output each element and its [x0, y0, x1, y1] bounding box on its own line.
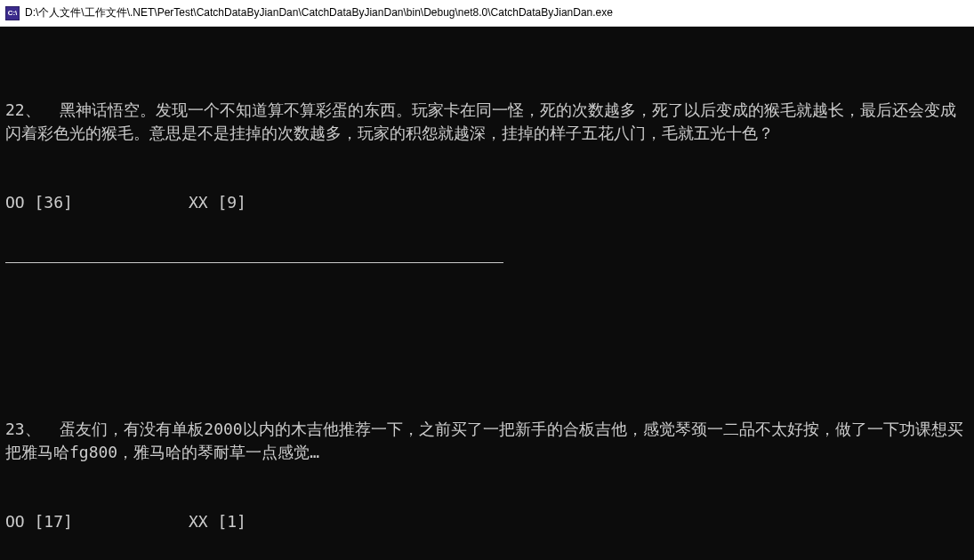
entry-index: 23、	[5, 420, 41, 438]
vote-oo: OO [17]	[5, 512, 73, 531]
vote-oo: OO [36]	[5, 193, 73, 212]
blank-gap	[5, 309, 969, 348]
entry-body: 黑神话悟空。发现一个不知道算不算彩蛋的东西。玩家卡在同一怪，死的次数越多，死了以…	[5, 100, 956, 142]
terminal-output[interactable]: 22、 黑神话悟空。发现一个不知道算不算彩蛋的东西。玩家卡在同一怪，死的次数越多…	[0, 27, 974, 560]
vote-xx: XX [9]	[189, 193, 246, 212]
entry-body: 蛋友们，有没有单板2000以内的木吉他推荐一下，之前买了一把新手的合板吉他，感觉…	[5, 420, 963, 461]
entry-votes: OO [17] XX [1]	[5, 510, 969, 533]
window-titlebar[interactable]: C:\ D:\个人文件\工作文件\.NET\PerTest\CatchDataB…	[0, 0, 974, 27]
entry-index: 22、	[5, 100, 41, 119]
vote-xx: XX [1]	[189, 512, 246, 531]
app-icon: C:\	[5, 6, 20, 20]
entry-text: 23、 蛋友们，有没有单板2000以内的木吉他推荐一下，之前买了一把新手的合板吉…	[5, 418, 969, 464]
entry-votes: OO [36] XX [9]	[5, 191, 969, 214]
window-title: D:\个人文件\工作文件\.NET\PerTest\CatchDataByJia…	[25, 5, 613, 20]
entry-text: 22、 黑神话悟空。发现一个不知道算不算彩蛋的东西。玩家卡在同一怪，死的次数越多…	[5, 99, 969, 145]
divider	[5, 262, 503, 263]
